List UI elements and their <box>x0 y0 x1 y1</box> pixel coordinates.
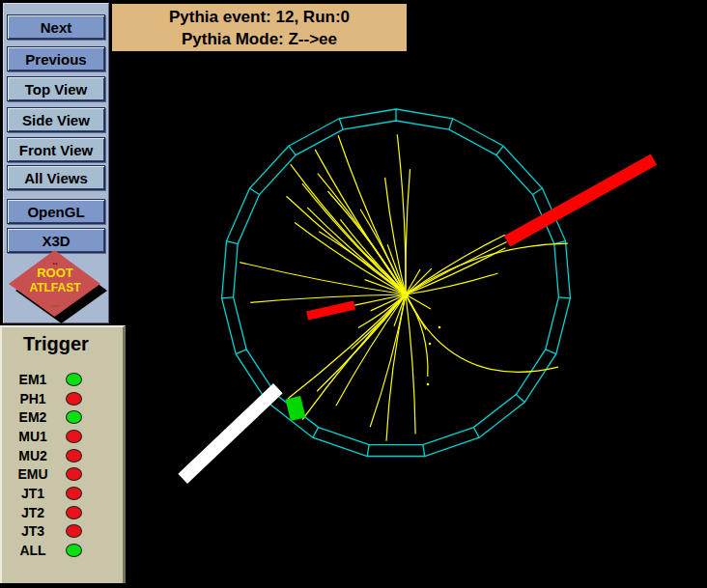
trigger-row-jt2: JT2 <box>2 503 110 522</box>
trigger-label-jt3: JT3 <box>10 523 56 539</box>
logo-line2: ATLFAST <box>29 281 81 294</box>
trigger-led-ph1 <box>66 392 82 406</box>
trigger-led-all <box>66 544 82 557</box>
trigger-led-emu <box>66 467 82 481</box>
trigger-led-jt3 <box>66 524 82 538</box>
interaction-vertex <box>403 292 409 297</box>
trigger-label-em2: EM2 <box>10 409 56 425</box>
event-info-header: Pythia event: 12, Run:0 Pythia Mode: Z--… <box>112 4 407 51</box>
event-info-line2: Pythia Mode: Z-->ee <box>112 28 407 50</box>
button-next[interactable]: Next <box>7 14 105 40</box>
trigger-row-all: ALL <box>2 541 110 560</box>
trigger-row-emu: EMU <box>2 464 110 484</box>
trigger-row-jt3: JT3 <box>2 522 110 542</box>
trigger-row-ph1: PH1 <box>2 389 110 408</box>
logo-bottom-dots: ... <box>51 298 60 309</box>
trigger-led-jt1 <box>66 487 82 500</box>
trigger-label-mu2: MU2 <box>10 448 56 463</box>
trigger-row-mu2: MU2 <box>2 446 110 465</box>
trigger-label-jt2: JT2 <box>10 505 56 520</box>
trigger-rows: EM1PH1EM2MU1MU2EMUJT1JT2JT3ALL <box>2 370 110 560</box>
trigger-label-jt1: JT1 <box>10 486 56 501</box>
trigger-panel: Trigger EM1PH1EM2MU1MU2EMUJT1JT2JT3ALL <box>0 325 126 583</box>
trigger-label-all: ALL <box>10 543 56 558</box>
button-previous[interactable]: Previous <box>7 46 105 71</box>
trigger-led-mu1 <box>66 430 82 443</box>
hit-dot <box>438 326 441 329</box>
root-atlfast-logo: .. ROOT ATLFAST ... <box>4 245 108 324</box>
trigger-row-em2: EM2 <box>2 407 110 427</box>
button-top-view[interactable]: Top View <box>7 76 105 101</box>
button-front-view[interactable]: Front View <box>7 137 105 162</box>
button-opengl[interactable]: OpenGL <box>7 199 105 224</box>
logo-line1: ROOT <box>37 266 73 280</box>
trigger-label-mu1: MU1 <box>10 429 56 444</box>
trigger-led-jt2 <box>66 506 82 519</box>
trigger-row-mu1: MU1 <box>2 427 110 446</box>
event-info-line1: Pythia event: 12, Run:0 <box>112 6 407 28</box>
button-all-views[interactable]: All Views <box>7 165 105 190</box>
trigger-label-emu: EMU <box>10 466 56 482</box>
hit-dot <box>429 343 432 346</box>
trigger-led-mu2 <box>66 449 82 462</box>
trigger-label-ph1: PH1 <box>10 391 56 406</box>
trigger-title: Trigger <box>2 333 110 355</box>
trigger-label-em1: EM1 <box>10 372 56 387</box>
trigger-row-em1: EM1 <box>2 370 110 389</box>
hit-dot <box>427 383 430 386</box>
trigger-row-jt1: JT1 <box>2 484 110 503</box>
button-side-view[interactable]: Side View <box>7 107 105 132</box>
trigger-led-em1 <box>66 373 82 386</box>
trigger-led-em2 <box>66 410 82 424</box>
control-panel: NextPreviousTop ViewSide ViewFront ViewA… <box>3 3 109 323</box>
